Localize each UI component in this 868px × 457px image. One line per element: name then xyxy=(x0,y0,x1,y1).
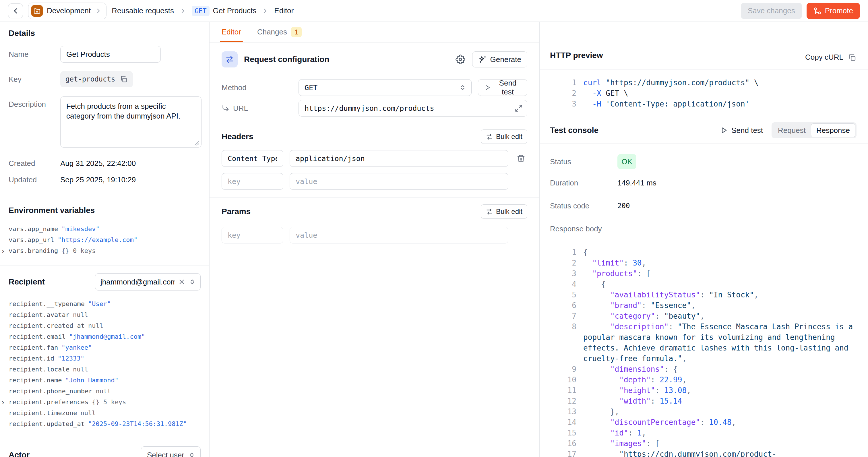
topbar: Development Reusable requests GET Get Pr… xyxy=(0,0,868,22)
method-row: Method GET Send test xyxy=(222,79,527,96)
chevron-left-icon xyxy=(11,7,20,15)
back-button[interactable] xyxy=(8,3,23,19)
corner-down-right-icon xyxy=(222,104,229,112)
tab-changes-label: Changes xyxy=(257,28,287,36)
code-line: 4 { xyxy=(550,279,857,290)
url-row: URL xyxy=(222,100,527,117)
variable-value: null xyxy=(73,364,88,375)
status-badge: OK xyxy=(617,154,637,169)
tab-changes[interactable]: Changes 1 xyxy=(257,22,302,42)
name-input[interactable] xyxy=(60,46,161,63)
header-row xyxy=(222,150,527,167)
variable-key: recipient.updated_at xyxy=(9,419,85,429)
toggle-request[interactable]: Request xyxy=(773,123,811,137)
headers-bulk-edit-button[interactable]: Bulk edit xyxy=(481,129,527,144)
toggle-response[interactable]: Response xyxy=(811,123,856,137)
breadcrumb: Development Reusable requests GET Get Pr… xyxy=(8,3,293,19)
test-console-title: Test console xyxy=(550,124,598,136)
recipient-selected-value: jhammond@gmail.com xyxy=(100,278,175,286)
variable-value: "John Hammond" xyxy=(65,375,118,386)
variable-value: {} 0 keys xyxy=(61,245,96,256)
header-new-key-input[interactable] xyxy=(222,173,283,190)
line-number: 8 xyxy=(550,322,577,364)
line-number: 10 xyxy=(550,375,577,385)
line-number: 3 xyxy=(550,268,577,279)
code-line: 9 "dimensions": { xyxy=(550,364,857,375)
method-badge: GET xyxy=(192,6,210,16)
key-label: Key xyxy=(9,75,60,84)
copy-curl-label: Copy cURL xyxy=(805,53,843,62)
details-sidebar: Details Name Key get-products Descriptio… xyxy=(0,22,210,457)
copy-icon xyxy=(848,53,857,62)
clear-recipient-icon[interactable] xyxy=(178,278,185,286)
variable-row: recipient.avatarnull xyxy=(9,309,200,321)
url-input[interactable] xyxy=(299,100,527,117)
breadcrumb-project[interactable]: Development xyxy=(28,3,106,19)
param-new-key-input[interactable] xyxy=(222,227,283,243)
params-bulk-edit-button[interactable]: Bulk edit xyxy=(481,204,527,219)
variable-row: recipient.__typename"User" xyxy=(9,299,200,309)
description-row: Description Fetch products from a specif… xyxy=(9,96,200,149)
code-line: 11 "height": 13.08, xyxy=(550,385,857,396)
copy-curl-button[interactable]: Copy cURL xyxy=(805,53,857,62)
key-value: get-products xyxy=(65,75,115,83)
resize-handle-icon[interactable] xyxy=(193,140,199,146)
method-label: Method xyxy=(222,83,292,92)
variable-key: recipient.__typename xyxy=(9,299,85,309)
test-console-body: Status OK Duration 149.441 ms Status cod… xyxy=(539,144,868,457)
generate-button[interactable]: Generate xyxy=(472,51,527,67)
variable-key: recipient.timezone xyxy=(9,407,77,419)
line-number: 5 xyxy=(550,290,577,300)
breadcrumb-request[interactable]: GET Get Products xyxy=(192,6,256,16)
chevron-right-icon xyxy=(261,7,269,14)
bulk-edit-label: Bulk edit xyxy=(496,133,522,141)
expand-url-icon[interactable] xyxy=(515,104,523,112)
divider xyxy=(0,438,209,438)
variable-row: recipient.phone_numbernull xyxy=(9,386,200,397)
code-line: 17 "https://cdn.dummyjson.com/product-im… xyxy=(550,449,857,457)
variable-key: vars.app_url xyxy=(9,235,54,245)
description-textarea[interactable]: Fetch products from a specific category … xyxy=(60,96,202,148)
key-row: Key get-products xyxy=(9,71,200,87)
folder-icon xyxy=(31,5,43,17)
expand-chevron-icon[interactable]: › xyxy=(2,397,4,407)
recipient-heading: Recipient xyxy=(9,277,45,286)
header-value-input[interactable] xyxy=(290,150,508,167)
send-test-button[interactable]: Send test xyxy=(478,79,527,96)
actor-select[interactable]: Select user xyxy=(141,446,200,457)
breadcrumb-section[interactable]: Reusable requests xyxy=(112,6,174,15)
header-key-input[interactable] xyxy=(222,150,283,167)
param-new-value-input[interactable] xyxy=(290,227,508,243)
promote-label: Promote xyxy=(825,6,853,15)
git-merge-icon xyxy=(813,7,822,15)
description-label: Description xyxy=(9,100,60,109)
status-row: Status OK xyxy=(550,154,857,165)
save-changes-button[interactable]: Save changes xyxy=(741,3,802,19)
code-line: 13 }, xyxy=(550,406,857,417)
console-send-test-label: Send test xyxy=(732,126,763,135)
variable-row: recipient.updated_at"2025-09-23T14:56:31… xyxy=(9,419,200,429)
chevron-updown-icon xyxy=(188,451,196,457)
settings-button[interactable] xyxy=(456,55,465,64)
send-test-label: Send test xyxy=(494,79,521,96)
delete-header-button[interactable] xyxy=(515,154,527,163)
expand-chevron-icon[interactable]: › xyxy=(2,245,4,256)
copy-key-button[interactable] xyxy=(120,75,128,83)
updated-value: Sep 25 2025, 19:10:29 xyxy=(60,175,200,184)
header-new-value-input[interactable] xyxy=(290,173,508,190)
response-body-label: Response body xyxy=(550,224,617,233)
param-new-row xyxy=(222,227,527,243)
method-select[interactable]: GET xyxy=(299,79,472,96)
console-send-test-button[interactable]: Send test xyxy=(720,126,763,135)
variable-row: vars.app_name"mikesdev" xyxy=(9,224,200,235)
code-line: 5 "availabilityStatus": "In Stock", xyxy=(550,290,857,300)
tab-editor[interactable]: Editor xyxy=(222,22,241,42)
promote-button[interactable]: Promote xyxy=(807,3,860,19)
created-label: Created xyxy=(9,159,60,168)
response-body-code: 1{2 "limit": 30,3 "products": [4 {5 "ava… xyxy=(550,247,857,457)
actor-select-label: Select user xyxy=(147,451,184,457)
recipient-select[interactable]: jhammond@gmail.com xyxy=(95,273,200,291)
line-number: 9 xyxy=(550,364,577,375)
preview-panel: HTTP preview Copy cURL 1curl "https://du… xyxy=(539,22,868,457)
copy-icon xyxy=(120,75,128,83)
